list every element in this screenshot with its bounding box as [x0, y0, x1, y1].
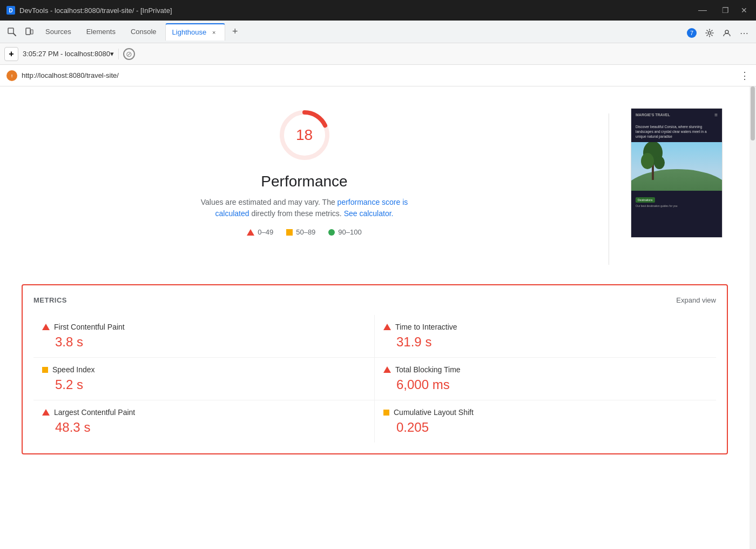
legend-poor-range: 0–49: [258, 228, 273, 236]
legend-item-average: 50–89: [286, 228, 315, 236]
metric-fcp-icon: [42, 324, 50, 330]
metric-tti-icon: [383, 324, 391, 330]
phone-hero-text: Discover beautiful Corsica, where stunni…: [631, 121, 722, 142]
legend-average-range: 50–89: [296, 228, 315, 236]
tab-console[interactable]: Console: [124, 23, 163, 41]
phone-preview: MARGIE'S TRAVEL ≡ Discover beautiful Cor…: [631, 108, 728, 238]
metric-cls-value: 0.205: [396, 420, 707, 435]
phone-bottom-text: Our best destination guides for you: [636, 204, 718, 207]
phone-header: MARGIE'S TRAVEL ≡: [631, 109, 722, 121]
phone-logo: MARGIE'S TRAVEL: [636, 113, 670, 117]
urlbar: ! http://localhost:8080/travel-site/ ⋮: [0, 65, 756, 86]
phone-landscape-image: [631, 142, 722, 191]
phone-badge: Destinations: [636, 197, 655, 203]
content-area: 18 Performance Values are estimated and …: [0, 86, 750, 549]
add-tab-btn[interactable]: +: [227, 24, 242, 39]
tabbar: Sources Elements Console Lighthouse × + …: [0, 21, 756, 43]
phone-bottom: Destinations Our best destination guides…: [631, 191, 722, 237]
metric-tbt: Total Blocking Time 6,000 ms: [375, 358, 716, 400]
metric-cls: Cumulative Layout Shift 0.205: [375, 400, 716, 443]
inspect-element-btn[interactable]: [4, 24, 19, 39]
phone-mockup: MARGIE'S TRAVEL ≡ Discover beautiful Cor…: [631, 108, 723, 238]
url-security-icon: !: [6, 70, 17, 81]
metric-fcp-label: First Contentful Paint: [54, 323, 125, 331]
svg-text:D: D: [9, 8, 12, 14]
close-btn[interactable]: ✕: [741, 6, 747, 15]
tab-lighthouse[interactable]: Lighthouse ×: [165, 23, 226, 41]
metric-cls-icon: [383, 410, 389, 416]
phone-hero-desc: Discover beautiful Corsica, where stunni…: [636, 124, 718, 139]
new-tab-btn[interactable]: +: [4, 47, 18, 61]
expand-view-btn[interactable]: Expand view: [676, 296, 716, 304]
metric-tbt-value: 6,000 ms: [396, 377, 707, 392]
metric-tti-value: 31.9 s: [396, 334, 707, 350]
more-options-btn[interactable]: ⋯: [737, 25, 752, 41]
legend-item-poor: 0–49: [247, 228, 273, 236]
metric-lcp-label: Largest Contentful Paint: [54, 408, 135, 417]
tab-elements[interactable]: Elements: [80, 23, 122, 41]
svg-text:!: !: [11, 73, 13, 78]
titlebar: D DevTools - localhost:8080/travel-site/…: [0, 0, 756, 21]
cancel-icon[interactable]: ⊘: [123, 48, 135, 60]
svg-point-16: [654, 156, 665, 169]
metric-tti: Time to Interactive 31.9 s: [375, 315, 716, 358]
svg-point-6: [708, 32, 711, 35]
metric-lcp: Largest Contentful Paint 48.3 s: [33, 400, 375, 443]
tab-sources-label: Sources: [45, 28, 71, 36]
calculator-link[interactable]: See calculator.: [344, 209, 394, 218]
toolbar-divider: [118, 49, 119, 59]
maximize-btn[interactable]: ❐: [722, 6, 729, 15]
legend-triangle-icon: [247, 229, 254, 236]
performance-desc: Values are estimated and may vary. The p…: [191, 197, 418, 219]
landscape-svg: [631, 142, 722, 191]
more-dots: ⋯: [740, 28, 749, 38]
metric-tbt-label: Total Blocking Time: [395, 365, 461, 374]
metric-cls-label: Cumulative Layout Shift: [394, 408, 474, 417]
metric-si-icon: [42, 367, 48, 373]
profile-btn[interactable]: [719, 25, 734, 41]
gauge-container: 18: [278, 108, 332, 162]
notifications-btn[interactable]: 7: [684, 27, 700, 39]
tab-lighthouse-close[interactable]: ×: [210, 28, 218, 37]
scrollbar[interactable]: [750, 86, 756, 549]
legend-good-range: 90–100: [338, 228, 361, 236]
metrics-title: METRICS: [33, 296, 67, 304]
metrics-grid: First Contentful Paint 3.8 s Time to Int…: [33, 315, 716, 443]
svg-point-7: [725, 30, 728, 34]
url-text: http://localhost:8080/travel-site/: [22, 71, 735, 79]
svg-rect-2: [8, 28, 14, 34]
metric-si-label: Speed Index: [52, 365, 95, 374]
tab-elements-label: Elements: [86, 28, 116, 36]
metric-tbt-icon: [383, 366, 391, 373]
titlebar-title: DevTools - localhost:8080/travel-site/ -…: [19, 6, 688, 15]
devtools-icon: D: [6, 6, 15, 15]
notifications-badge: 7: [687, 28, 697, 38]
main-content: 18 Performance Values are estimated and …: [0, 86, 756, 549]
tab-lighthouse-label: Lighthouse: [172, 28, 207, 36]
settings-btn[interactable]: [702, 25, 717, 41]
tab-console-label: Console: [131, 28, 157, 36]
metric-lcp-value: 48.3 s: [55, 420, 366, 435]
svg-rect-4: [26, 28, 30, 35]
metrics-header: METRICS Expand view: [33, 296, 716, 304]
gauge-value: 18: [296, 126, 313, 144]
metric-fcp: First Contentful Paint 3.8 s: [33, 315, 375, 358]
legend-circle-icon: [328, 229, 335, 236]
metric-si-value: 5.2 s: [55, 377, 366, 392]
metrics-section: METRICS Expand view First Contentful Pai…: [22, 284, 728, 454]
device-toolbar-btn[interactable]: [22, 24, 37, 39]
score-left: 18 Performance Values are estimated and …: [22, 108, 587, 236]
performance-title: Performance: [261, 173, 347, 190]
phone-menu-icon: ≡: [714, 112, 718, 118]
tab-sources[interactable]: Sources: [39, 23, 78, 41]
toolbar: + 3:05:27 PM - localhost:8080▾ ⊘: [0, 43, 756, 65]
minimize-btn[interactable]: —: [698, 5, 707, 15]
legend-square-icon: [286, 229, 293, 236]
svg-line-3: [14, 34, 16, 36]
toolbar-time: 3:05:27 PM - localhost:8080▾: [23, 50, 114, 58]
url-more-btn[interactable]: ⋮: [740, 70, 750, 82]
score-section: 18 Performance Values are estimated and …: [0, 97, 750, 276]
section-divider: [609, 113, 609, 265]
metric-si: Speed Index 5.2 s: [33, 358, 375, 400]
scrollbar-thumb[interactable]: [751, 86, 755, 140]
